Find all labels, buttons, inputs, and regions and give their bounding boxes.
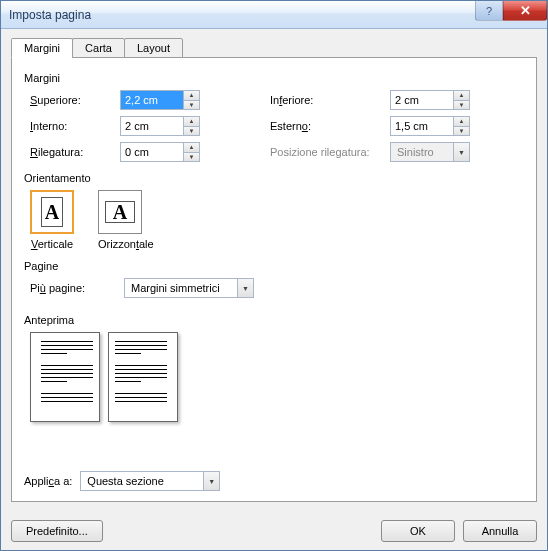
apply-row: Applica a: Questa sezione ▼ <box>24 471 220 491</box>
help-button[interactable]: ? <box>475 1 503 21</box>
group-orientamento-label: Orientamento <box>24 172 524 184</box>
window-title: Imposta pagina <box>9 8 91 22</box>
orientation-verticale-label: Verticale <box>30 238 74 250</box>
preview-page-right <box>108 332 178 422</box>
spinner-inferiore[interactable]: ▲▼ <box>390 90 470 110</box>
orientation-orizzontale[interactable]: A Orizzontale <box>98 190 154 250</box>
chevron-down-icon[interactable]: ▼ <box>237 279 253 297</box>
orientation-landscape-icon[interactable]: A <box>98 190 142 234</box>
input-rilegatura[interactable] <box>121 143 183 161</box>
preview-row <box>30 332 524 422</box>
combo-piu-pagine[interactable]: Margini simmetrici ▼ <box>124 278 254 298</box>
dialog-window: Imposta pagina ? ✕ Margini Carta Layout … <box>0 0 548 551</box>
spin-up-icon[interactable]: ▲ <box>184 91 199 101</box>
spinner-interno[interactable]: ▲▼ <box>120 116 200 136</box>
orientation-orizzontale-label: Orizzontale <box>98 238 154 250</box>
combo-posizione-text: Sinistro <box>391 146 453 158</box>
spinner-rilegatura[interactable]: ▲▼ <box>120 142 200 162</box>
orientation-portrait-icon[interactable]: A <box>30 190 74 234</box>
tab-panel: Margini Superiore: ▲▼ Inferiore: ▲▼ Inte… <box>11 57 537 502</box>
tab-layout[interactable]: Layout <box>124 38 183 58</box>
input-inferiore[interactable] <box>391 91 453 109</box>
label-applica: Applica a: <box>24 475 72 487</box>
spin-down-icon[interactable]: ▼ <box>454 127 469 136</box>
close-button[interactable]: ✕ <box>503 1 547 21</box>
margins-grid: Superiore: ▲▼ Inferiore: ▲▼ Interno: ▲▼ <box>30 90 524 162</box>
input-esterno[interactable] <box>391 117 453 135</box>
orientation-verticale[interactable]: A Verticale <box>30 190 74 250</box>
spin-up-icon[interactable]: ▲ <box>454 91 469 101</box>
titlebar: Imposta pagina ? ✕ <box>1 1 547 29</box>
combo-applica[interactable]: Questa sezione ▼ <box>80 471 220 491</box>
predefinito-button[interactable]: Predefinito... <box>11 520 103 542</box>
group-margini-label: Margini <box>24 72 524 84</box>
ok-button[interactable]: OK <box>381 520 455 542</box>
spinner-superiore[interactable]: ▲▼ <box>120 90 200 110</box>
annulla-button[interactable]: Annulla <box>463 520 537 542</box>
footer: Predefinito... OK Annulla <box>1 512 547 550</box>
label-piu-pagine: Più pagine: <box>30 282 114 294</box>
tab-carta[interactable]: Carta <box>72 38 125 58</box>
label-posizione: Posizione rilegatura: <box>270 146 390 158</box>
spin-up-icon[interactable]: ▲ <box>454 117 469 127</box>
combo-piu-pagine-text: Margini simmetrici <box>125 282 237 294</box>
titlebar-buttons: ? ✕ <box>475 1 547 21</box>
input-superiore[interactable] <box>121 91 183 109</box>
label-esterno: Esterno: <box>270 120 390 132</box>
spin-up-icon[interactable]: ▲ <box>184 117 199 127</box>
combo-applica-text: Questa sezione <box>81 475 203 487</box>
spin-down-icon[interactable]: ▼ <box>184 127 199 136</box>
orientation-row: A Verticale A Orizzontale <box>30 190 524 250</box>
input-interno[interactable] <box>121 117 183 135</box>
tab-margini[interactable]: Margini <box>11 38 73 58</box>
pages-row: Più pagine: Margini simmetrici ▼ <box>30 278 524 298</box>
chevron-down-icon: ▼ <box>453 143 469 161</box>
combo-posizione: Sinistro ▼ <box>390 142 470 162</box>
spinner-esterno[interactable]: ▲▼ <box>390 116 470 136</box>
spin-down-icon[interactable]: ▼ <box>184 101 199 110</box>
tab-bar: Margini Carta Layout <box>11 38 537 58</box>
group-anteprima-label: Anteprima <box>24 314 524 326</box>
label-superiore: Superiore: <box>30 94 120 106</box>
spin-up-icon[interactable]: ▲ <box>184 143 199 153</box>
dialog-body: Margini Carta Layout Margini Superiore: … <box>1 29 547 512</box>
group-pagine-label: Pagine <box>24 260 524 272</box>
spin-down-icon[interactable]: ▼ <box>184 153 199 162</box>
label-inferiore: Inferiore: <box>270 94 390 106</box>
spin-down-icon[interactable]: ▼ <box>454 101 469 110</box>
chevron-down-icon[interactable]: ▼ <box>203 472 219 490</box>
label-rilegatura: Rilegatura: <box>30 146 120 158</box>
label-interno: Interno: <box>30 120 120 132</box>
preview-page-left <box>30 332 100 422</box>
